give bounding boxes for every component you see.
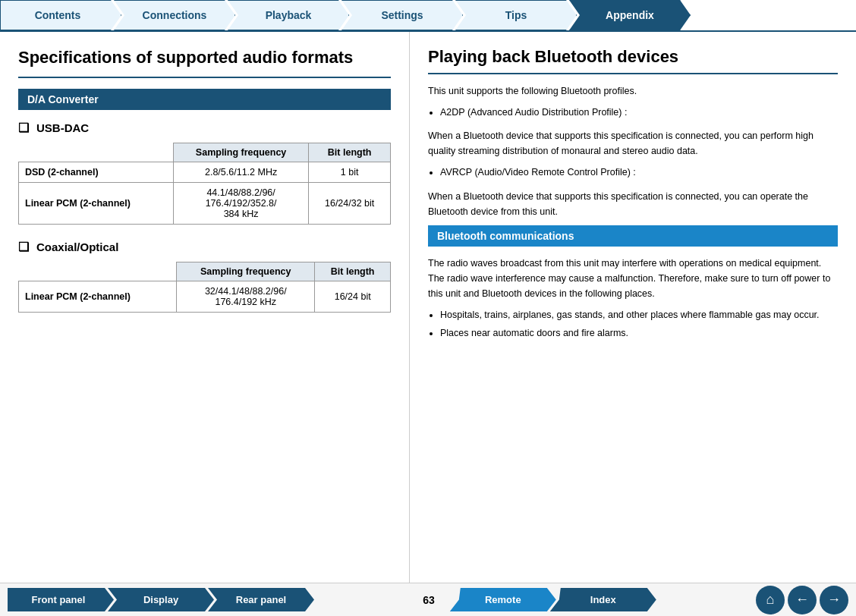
- coax-row1-name: Linear PCM (2-channel): [19, 281, 177, 312]
- usb-col-bit: Bit length: [309, 143, 391, 162]
- usb-row2-bit: 16/24/32 bit: [309, 182, 391, 224]
- coaxial-subtitle: Coaxial/Optical: [18, 240, 391, 254]
- usb-dac-subtitle: USB-DAC: [18, 121, 391, 135]
- top-navigation: Contents Connections Playback Settings T…: [0, 0, 856, 32]
- forward-icon: →: [827, 592, 841, 608]
- list-item: Hospitals, trains, airplanes, gas stands…: [440, 307, 838, 323]
- display-button[interactable]: Display: [108, 588, 214, 611]
- usb-row1-name: DSD (2-channel): [19, 162, 174, 182]
- main-content: Specifications of supported audio format…: [0, 32, 856, 583]
- tab-connections[interactable]: Connections: [114, 0, 235, 30]
- bottom-left-buttons: Front panel Display Rear panel: [8, 588, 308, 611]
- tab-contents[interactable]: Contents: [0, 0, 121, 30]
- usb-row2-freq: 44.1/48/88.2/96/176.4/192/352.8/384 kHz: [173, 182, 308, 224]
- da-converter-header: D/A Converter: [18, 89, 391, 110]
- front-panel-button[interactable]: Front panel: [8, 588, 114, 611]
- list-item: A2DP (Advanced Audio Distribution Profil…: [440, 105, 838, 121]
- bottom-center-buttons: 63 Remote Index: [408, 588, 656, 611]
- bluetooth-comms-header: Bluetooth communications: [428, 225, 838, 247]
- usb-row1-freq: 2.8/5.6/11.2 MHz: [173, 162, 308, 182]
- tab-appendix[interactable]: Appendix: [569, 0, 691, 30]
- left-panel: Specifications of supported audio format…: [0, 32, 410, 583]
- index-button[interactable]: Index: [550, 588, 656, 611]
- coax-col-bit: Bit length: [315, 262, 391, 281]
- left-title: Specifications of supported audio format…: [18, 47, 391, 69]
- back-icon: ←: [795, 592, 809, 608]
- page-number: 63: [423, 594, 435, 606]
- table-row: DSD (2-channel) 2.8/5.6/11.2 MHz 1 bit: [19, 162, 391, 182]
- usb-row2-name: Linear PCM (2-channel): [19, 182, 174, 224]
- tab-playback[interactable]: Playback: [228, 0, 349, 30]
- list-item: Places near automatic doors and fire ala…: [440, 325, 838, 341]
- tab-settings[interactable]: Settings: [341, 0, 463, 30]
- intro-text: This unit supports the following Bluetoo…: [428, 83, 838, 99]
- para3-text: The radio waves broadcast from this unit…: [428, 256, 838, 301]
- forward-icon-button[interactable]: →: [820, 586, 848, 614]
- bullets-2: AVRCP (Audio/Video Remote Control Profil…: [440, 165, 838, 181]
- coaxial-table: Sampling frequency Bit length Linear PCM…: [18, 262, 391, 313]
- usb-row1-bit: 1 bit: [309, 162, 391, 182]
- right-panel: Playing back Bluetooth devices This unit…: [410, 32, 856, 583]
- title-divider: [18, 77, 391, 78]
- coax-col-freq: Sampling frequency: [177, 262, 315, 281]
- usb-dac-table: Sampling frequency Bit length DSD (2-cha…: [18, 143, 391, 225]
- list-item: AVRCP (Audio/Video Remote Control Profil…: [440, 165, 838, 181]
- bullets-1: A2DP (Advanced Audio Distribution Profil…: [440, 105, 838, 121]
- home-icon-button[interactable]: ⌂: [756, 586, 785, 614]
- coax-row1-freq: 32/44.1/48/88.2/96/176.4/192 kHz: [177, 281, 315, 312]
- right-title: Playing back Bluetooth devices: [428, 47, 838, 74]
- usb-col-freq: Sampling frequency: [173, 143, 308, 162]
- bullets-3: Hospitals, trains, airplanes, gas stands…: [440, 307, 838, 342]
- remote-button[interactable]: Remote: [450, 588, 556, 611]
- table-row: Linear PCM (2-channel) 44.1/48/88.2/96/1…: [19, 182, 391, 224]
- home-icon: ⌂: [766, 592, 775, 608]
- coax-row1-bit: 16/24 bit: [315, 281, 391, 312]
- para2-text: When a Bluetooth device that supports th…: [428, 189, 838, 219]
- para1-text: When a Bluetooth device that supports th…: [428, 128, 838, 159]
- tab-tips[interactable]: Tips: [455, 0, 577, 30]
- table-row: Linear PCM (2-channel) 32/44.1/48/88.2/9…: [19, 281, 391, 312]
- bottom-navigation: Front panel Display Rear panel 63 Remote…: [0, 583, 856, 616]
- rear-panel-button[interactable]: Rear panel: [208, 588, 314, 611]
- bottom-right-icons: ⌂ ← →: [756, 586, 848, 614]
- back-icon-button[interactable]: ←: [788, 586, 817, 614]
